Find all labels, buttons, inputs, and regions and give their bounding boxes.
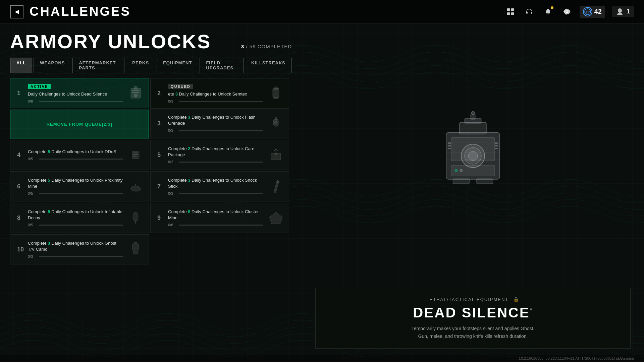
card-icon-7 [267,178,284,195]
tab-all[interactable]: ALL [10,58,32,73]
remove-queue-button[interactable]: REMOVE FROM QUEUE[2/3] [10,110,149,138]
card-icon-3 [267,115,284,132]
tab-weapons[interactable]: WEAPONS [34,58,71,73]
card-info-2: QUEUED ete 3 Daily Challenges to Unlock … [168,83,263,103]
gear-icon[interactable] [561,6,573,18]
svg-rect-39 [448,142,451,144]
right-panel: LETHAL/TACTICAL EQUIPMENT 🔒 DEAD SILENCE… [302,23,644,362]
xp-badge[interactable]: XP 42 [580,6,605,18]
svg-rect-30 [135,222,136,224]
progress-text-3: 0/3 [168,128,176,132]
card-title-2: ete 3 Daily Challenges to Unlock Semtex [168,91,263,97]
card-title-3: Complete 3 Daily Challenges to Unlock Fl… [168,114,263,126]
card-icon-5 [267,146,284,163]
card-info-4: Complete 5 Daily Challenges to Unlock DD… [28,149,123,161]
svg-rect-1 [511,8,514,11]
svg-rect-28 [274,181,279,193]
svg-rect-24 [133,156,137,157]
svg-rect-43 [495,145,498,146]
progress-3: 0/3 [168,128,263,132]
challenge-card-6[interactable]: 6 Complete 5 Daily Challenges to Unlock … [10,171,149,201]
progress-2: 0/3 [168,99,263,103]
card-title-4: Complete 5 Daily Challenges to Unlock DD… [28,149,123,155]
progress-bar-1 [39,101,123,102]
svg-marker-31 [269,212,282,224]
progress-text-6: 0/5 [28,191,36,195]
card-info-10: Complete 3 Daily Challenges to Unlock Gh… [28,240,123,258]
progress-bar-4 [39,159,123,160]
progress-text-8: 0/5 [28,223,36,227]
progress-4: 0/5 [28,157,123,161]
player-badge[interactable]: 1 [612,6,634,17]
item-description: Temporarily makes your footsteps silent … [406,325,540,340]
progress-9: 0/8 [168,223,263,227]
challenge-card-1[interactable]: 1 ACTIVE Daily Challenges to Unlock Dead… [10,78,149,108]
progress-text-5: 0/2 [168,160,176,164]
tab-perks[interactable]: PERKS [126,58,155,73]
challenge-card-7[interactable]: 7 Complete 3 Daily Challenges to Unlock … [150,171,289,201]
challenge-card-4[interactable]: 4 Complete 5 Daily Challenges to Unlock … [10,140,149,170]
item-illustration [423,106,523,213]
progress-bar-9 [179,225,263,226]
svg-rect-33 [460,122,486,134]
back-button[interactable]: ◀ [10,5,23,18]
card-title-9: Complete 8 Daily Challenges to Unlock Cl… [168,209,263,221]
card-info-8: Complete 5 Daily Challenges to Unlock In… [28,209,123,227]
tab-aftermarket[interactable]: AFTERMARKET PARTS [72,58,124,73]
challenges-grid: 1 ACTIVE Daily Challenges to Unlock Dead… [10,78,292,264]
item-name: DEAD SILENCE° [326,305,620,321]
progress-6: 0/5 [28,191,123,195]
progress-1: 0/8 [28,99,123,103]
item-preview [315,30,631,288]
challenge-card-8[interactable]: 8 Complete 5 Daily Challenges to Unlock … [10,203,149,233]
challenge-card-10[interactable]: 10 Complete 3 Daily Challenges to Unlock… [10,234,149,264]
svg-rect-0 [507,8,510,11]
svg-rect-48 [453,179,470,184]
card-icon-9 [267,209,284,226]
tab-field-upgrades[interactable]: FIELD UPGRADES [200,58,244,73]
card-info-9: Complete 8 Daily Challenges to Unlock Cl… [168,209,263,227]
card-icon-1 [127,85,144,102]
card-number-2: 2 [157,90,164,97]
card-title-7: Complete 3 Daily Challenges to Unlock Sh… [168,177,263,189]
headset-icon[interactable] [523,6,535,18]
tab-equipment[interactable]: EQUIPMENT [157,58,198,73]
status-badge-2: QUEUED [168,84,193,89]
progress-bar-5 [179,162,263,163]
card-info-6: Complete 5 Daily Challenges to Unlock Pr… [28,177,123,195]
bell-icon[interactable] [542,6,554,18]
progress-text-9: 0/8 [168,223,176,227]
header-title: CHALLENGES [30,4,131,19]
filter-tabs: ALL WEAPONS AFTERMARKET PARTS PERKS EQUI… [10,58,292,73]
tab-killstreaks[interactable]: KILLSTREAKS [245,58,292,73]
main-content: ARMORY UNLOCKS 3 / 59 COMPLETED ALL WEAP… [0,23,644,362]
challenge-card-5[interactable]: 5 Complete 2 Daily Challenges to Unlock … [150,140,289,170]
challenge-card-3[interactable]: 3 Complete 3 Daily Challenges to Unlock … [150,108,289,138]
svg-rect-6 [547,13,548,14]
card-number-4: 4 [17,152,24,159]
svg-point-46 [455,169,458,172]
grid-icon[interactable] [504,6,517,18]
item-info-box: LETHAL/TACTICAL EQUIPMENT 🔒 DEAD SILENCE… [315,288,631,349]
progress-bar-3 [179,130,263,131]
svg-point-29 [133,212,138,222]
svg-rect-22 [133,153,138,153]
svg-rect-23 [133,154,138,155]
progress-bar-6 [39,193,123,194]
item-category: LETHAL/TACTICAL EQUIPMENT 🔒 [326,297,620,302]
challenges-area: 1 ACTIVE Daily Challenges to Unlock Dead… [10,78,292,362]
svg-rect-12 [132,92,139,93]
svg-rect-42 [495,142,498,144]
xp-value: 42 [594,8,602,15]
progress-8: 0/5 [28,223,123,227]
progress-bar-10 [39,256,123,257]
page-title-row: ARMORY UNLOCKS 3 / 59 COMPLETED [10,23,292,58]
challenge-card-2[interactable]: 2 QUEUED ete 3 Daily Challenges to Unloc… [150,78,289,108]
completed-badge: 3 / 59 COMPLETED [241,44,292,49]
progress-text-2: 0/3 [168,99,176,103]
card-icon-2 [267,85,284,102]
challenge-card-9[interactable]: 9 Complete 8 Daily Challenges to Unlock … [150,203,289,233]
card-title-1: Daily Challenges to Unlock Dead Silence [28,91,123,97]
svg-point-47 [460,169,463,172]
left-panel: ARMORY UNLOCKS 3 / 59 COMPLETED ALL WEAP… [0,23,302,362]
